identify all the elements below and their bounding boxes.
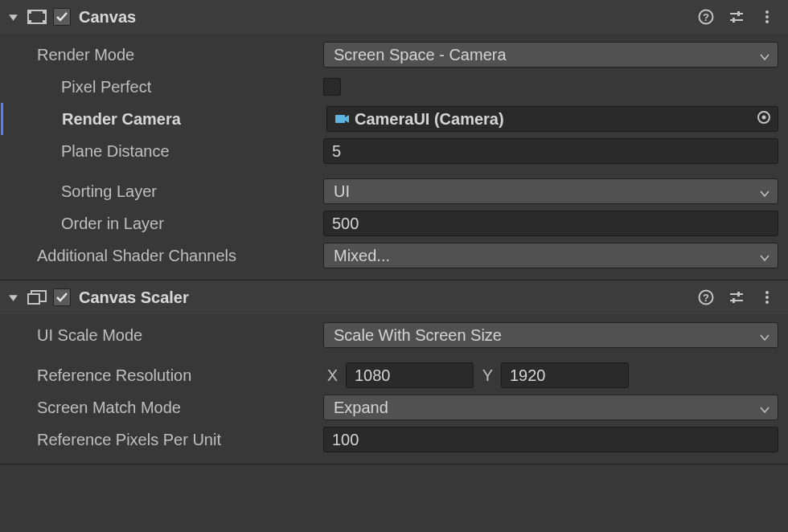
pixel-perfect-label: Pixel Perfect (0, 78, 323, 96)
context-menu-icon[interactable] (759, 289, 775, 305)
svg-rect-10 (733, 18, 735, 23)
chevron-down-icon (760, 326, 770, 345)
svg-rect-24 (733, 298, 735, 303)
svg-point-26 (765, 296, 769, 299)
y-label: Y (478, 366, 496, 385)
svg-rect-22 (737, 292, 740, 297)
chevron-down-icon (760, 182, 770, 201)
canvas-scaler-title: Canvas Scaler (79, 289, 698, 307)
presets-icon[interactable] (728, 9, 745, 25)
svg-rect-14 (335, 115, 345, 123)
canvas-scaler-body: UI Scale Mode Scale With Screen Size Ref… (0, 314, 788, 464)
ui-scale-mode-label: UI Scale Mode (0, 326, 323, 345)
plane-distance-input[interactable]: 5 (323, 138, 778, 164)
svg-rect-8 (737, 11, 740, 16)
reference-resolution-x-input[interactable]: 1080 (346, 362, 474, 388)
svg-point-13 (765, 20, 769, 23)
ui-scale-mode-dropdown[interactable]: Scale With Screen Size (323, 322, 778, 348)
svg-text:?: ? (703, 11, 709, 23)
shader-channels-dropdown[interactable]: Mixed... (323, 243, 778, 268)
svg-rect-1 (28, 10, 31, 14)
header-actions: ? (698, 289, 780, 305)
chevron-down-icon (760, 399, 770, 417)
svg-rect-18 (28, 294, 39, 304)
svg-rect-4 (43, 20, 46, 23)
ui-scale-mode-row: UI Scale Mode Scale With Screen Size (0, 319, 788, 351)
help-icon[interactable]: ? (698, 9, 714, 25)
svg-point-12 (765, 15, 769, 18)
render-mode-dropdown[interactable]: Screen Space - Camera (323, 42, 778, 68)
render-camera-field[interactable]: CameraUI (Camera) (326, 106, 778, 132)
header-actions: ? (698, 9, 780, 25)
reference-resolution-y-input[interactable]: 1920 (501, 362, 629, 388)
x-label: X (323, 366, 341, 385)
render-mode-label: Render Mode (0, 46, 323, 64)
order-in-layer-label: Order in Layer (0, 215, 323, 233)
plane-distance-label: Plane Distance (0, 142, 323, 161)
render-camera-label: Render Camera (3, 110, 326, 129)
chevron-down-icon (760, 247, 770, 265)
sorting-layer-dropdown[interactable]: UI (323, 178, 778, 204)
reference-resolution-label: Reference Resolution (0, 366, 323, 385)
svg-point-25 (765, 291, 769, 294)
svg-point-11 (765, 10, 769, 14)
reference-ppu-label: Reference Pixels Per Unit (0, 431, 323, 449)
camera-icon (335, 113, 350, 125)
svg-point-16 (762, 115, 766, 119)
order-in-layer-input[interactable]: 500 (323, 211, 778, 236)
pixel-perfect-checkbox[interactable] (323, 78, 341, 96)
canvas-scaler-enabled-checkbox[interactable] (53, 289, 71, 306)
sorting-layer-label: Sorting Layer (0, 182, 323, 201)
object-picker-icon[interactable] (757, 110, 771, 129)
pixel-perfect-row: Pixel Perfect (0, 71, 788, 103)
reference-ppu-row: Reference Pixels Per Unit 100 (0, 424, 788, 456)
order-in-layer-row: Order in Layer 500 (0, 207, 788, 239)
canvas-scaler-component: Canvas Scaler ? UI Scale Mode Scale With… (0, 280, 788, 464)
screen-match-mode-label: Screen Match Mode (0, 399, 323, 417)
plane-distance-row: Plane Distance 5 (0, 135, 788, 167)
svg-rect-2 (43, 10, 46, 14)
screen-match-mode-dropdown[interactable]: Expand (323, 395, 778, 420)
canvas-icon (26, 8, 48, 26)
canvas-header[interactable]: Canvas ? (0, 0, 788, 34)
canvas-body: Render Mode Screen Space - Camera Pixel … (0, 34, 788, 280)
reference-resolution-row: Reference Resolution X 1080 Y 1920 (0, 359, 788, 391)
reference-ppu-input[interactable]: 100 (323, 427, 778, 452)
canvas-component: Canvas ? Render Mode Screen Space - Came… (0, 0, 788, 280)
context-menu-icon[interactable] (759, 9, 775, 25)
foldout-toggle[interactable] (8, 12, 21, 23)
canvas-scaler-icon (26, 289, 48, 306)
screen-match-mode-row: Screen Match Mode Expand (0, 391, 788, 424)
shader-channels-row: Additional Shader Channels Mixed... (0, 239, 788, 272)
foldout-toggle[interactable] (8, 293, 21, 303)
presets-icon[interactable] (728, 289, 745, 305)
sorting-layer-row: Sorting Layer UI (0, 175, 788, 207)
canvas-scaler-header[interactable]: Canvas Scaler ? (0, 280, 788, 314)
shader-channels-label: Additional Shader Channels (0, 247, 323, 265)
render-mode-row: Render Mode Screen Space - Camera (0, 39, 788, 71)
svg-text:?: ? (703, 292, 709, 304)
svg-point-27 (765, 301, 769, 304)
chevron-down-icon (760, 46, 770, 64)
svg-rect-3 (28, 20, 31, 23)
render-camera-row: Render Camera CameraUI (Camera) (1, 103, 788, 135)
canvas-title: Canvas (79, 8, 698, 27)
help-icon[interactable]: ? (698, 289, 714, 305)
canvas-enabled-checkbox[interactable] (53, 8, 71, 26)
